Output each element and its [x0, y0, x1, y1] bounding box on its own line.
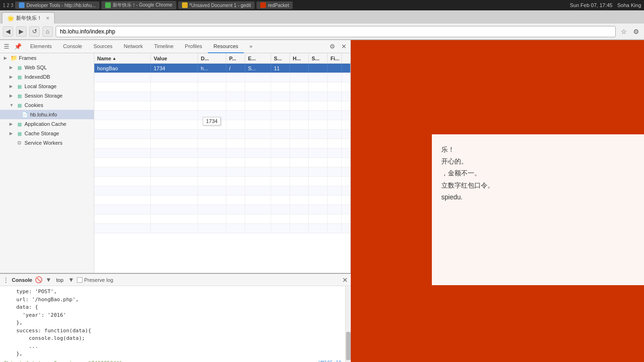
col-header-domain[interactable]: D... [198, 53, 226, 63]
table-row[interactable] [94, 92, 350, 101]
page-text-1: 乐！ [441, 144, 635, 156]
tab-profiles[interactable]: Profiles [179, 40, 208, 53]
col-header-http[interactable]: H... [290, 53, 309, 63]
col-header-value[interactable]: Value [151, 53, 198, 63]
preserve-log-toggle[interactable]: Preserve log [77, 277, 113, 283]
table-row[interactable] [94, 186, 350, 196]
sidebar-label-cachestorage: Cache Storage [25, 131, 59, 136]
tab-more[interactable]: » [244, 40, 258, 53]
tab-elements[interactable]: Elements [25, 40, 58, 53]
table-row[interactable] [94, 224, 350, 233]
console-object-output: Object {status: 0, return: "74688534"} [4, 360, 123, 362]
table-row[interactable] [94, 73, 350, 82]
table-row[interactable] [94, 177, 350, 186]
console-tab[interactable]: Console [12, 277, 32, 283]
table-row[interactable] [94, 148, 350, 158]
col-header-path[interactable]: P... [226, 53, 245, 63]
folder-icon: 📁 [10, 55, 17, 61]
sidebar-item-websql[interactable]: ▶ ▦ Web SQL [0, 63, 94, 72]
table-row[interactable] [94, 101, 350, 111]
forward-button[interactable]: ▶ [16, 26, 26, 37]
os-tab-redpacket[interactable]: redPacket [256, 1, 293, 9]
tab-favicon: 🌟 [7, 15, 14, 22]
browser-chrome: 🌟 新年快乐！ ✕ ◀ ▶ ↺ ⌂ hb.lohu.info/index.php… [0, 10, 644, 40]
sidebar-item-indexeddb[interactable]: ▶ ▦ IndexedDB [0, 72, 94, 82]
devtools-toolbar: ☰ 📌 Elements Console Sources Network Tim… [0, 40, 350, 53]
sidebar-item-sessionstorage[interactable]: ▶ ▦ Session Storage [0, 91, 94, 100]
console-scrollbar[interactable] [345, 286, 351, 362]
table-row[interactable] [94, 205, 350, 214]
col-header-size[interactable]: S... [271, 53, 290, 63]
sidebar-item-frames[interactable]: ▶ 📁 Frames [0, 53, 94, 63]
console-dropdown-icon[interactable]: ▼ [68, 276, 74, 283]
sidebar-item-localstorage[interactable]: ▶ ▦ Local Storage [0, 82, 94, 91]
table-row[interactable] [94, 111, 350, 120]
bookmark-icon[interactable]: ☆ [619, 26, 629, 37]
tab-sources[interactable]: Sources [88, 40, 118, 53]
tab-network[interactable]: Network [118, 40, 149, 53]
cell-http [290, 64, 309, 73]
cell-value: 1734 [151, 64, 198, 73]
table-row[interactable] [94, 167, 350, 177]
sidebar-item-serviceworkers[interactable]: ⚙ Service Workers [0, 138, 94, 148]
table-row[interactable] [94, 82, 350, 92]
table-row[interactable] [94, 120, 350, 130]
devtools-settings-icon[interactable]: ⚙ [328, 42, 337, 51]
ls-toggle: ▶ [9, 84, 14, 89]
console-line-4: 'year': '2016' [4, 312, 341, 320]
sidebar-item-cookies[interactable]: ▼ ▦ Cookies [0, 100, 94, 110]
home-button[interactable]: ⌂ [42, 26, 53, 37]
cell-path: / [226, 64, 245, 73]
cell-secure [309, 64, 328, 73]
console-line-2: url: '/hongBao.php', [4, 296, 341, 304]
console-line-3: data: { [4, 304, 341, 312]
address-text: hb.lohu.info/index.php [60, 28, 115, 35]
serviceworkers-icon: ⚙ [16, 140, 23, 146]
console-vm-ref[interactable]: VM185:10 [319, 360, 341, 362]
websql-icon: ▦ [16, 64, 23, 71]
console-block-icon[interactable]: 🚫 [35, 276, 42, 283]
table-row[interactable] [94, 196, 350, 205]
sidebar-label-cookies: Cookies [25, 102, 43, 108]
os-tab-devtools[interactable]: Developer Tools - http://hb.lohu... [15, 1, 99, 9]
console-close-button[interactable]: ✕ [342, 276, 348, 284]
table-row[interactable] [94, 139, 350, 148]
scrollbar-thumb[interactable] [346, 332, 351, 360]
col-header-exp[interactable]: E... [245, 53, 271, 63]
tab-close-icon[interactable]: ✕ [46, 16, 50, 21]
table-row[interactable]: hongBao 1734 h... / S... 11 [94, 64, 350, 73]
cell-expires: S... [245, 64, 271, 73]
sidebar-label-appcache: Application Cache [25, 121, 66, 127]
table-row[interactable] [94, 130, 350, 139]
sidebar-item-cachestorage[interactable]: ▶ ▦ Cache Storage [0, 129, 94, 138]
os-tab-gedit[interactable]: *Unsaved Document 1 - gedit [178, 1, 255, 9]
devtools-close-icon[interactable]: ✕ [339, 42, 348, 51]
reload-button[interactable]: ↺ [29, 26, 40, 37]
devtools-menu-icon[interactable]: ☰ [2, 42, 11, 51]
console-filter-icon[interactable]: ▼ [45, 276, 51, 283]
sidebar-label-localstorage: Local Storage [25, 83, 57, 89]
console-line-1: type: 'POST', [4, 288, 341, 296]
tab-timeline[interactable]: Timeline [149, 40, 179, 53]
preserve-log-checkbox[interactable] [77, 277, 83, 283]
col-header-fi[interactable]: Fi... [328, 53, 342, 63]
console-output[interactable]: type: 'POST', url: '/hongBao.php', data:… [0, 286, 345, 362]
devtools-pin-icon[interactable]: 📌 [13, 42, 23, 51]
table-row[interactable] [94, 158, 350, 167]
os-tab-chrome[interactable]: 新年快乐！- Google Chrome [101, 1, 176, 9]
back-button[interactable]: ◀ [3, 26, 13, 37]
table-row[interactable] [94, 214, 350, 224]
col-header-name[interactable]: Name ▲ [94, 53, 151, 63]
tab-resources[interactable]: Resources [208, 40, 244, 53]
page-text-2: 开心的。 [441, 156, 635, 167]
address-bar[interactable]: hb.lohu.info/index.php [56, 26, 616, 37]
console-toolbar: ⋮ Console 🚫 ▼ top ▼ Preserve log ✕ [0, 274, 351, 286]
tab-console[interactable]: Console [58, 40, 88, 53]
sidebar-item-hb-lohu[interactable]: 📄 hb.lohu.info [0, 110, 94, 119]
browser-tab-xinnian[interactable]: 🌟 新年快乐！ ✕ [2, 12, 55, 24]
sidebar-item-appcache[interactable]: ▶ ▦ Application Cache [0, 119, 94, 129]
col-header-secure[interactable]: S... [309, 53, 328, 63]
console-output-line: Object {status: 0, return: "74688534"} V… [4, 360, 341, 362]
console-menu-icon[interactable]: ⋮ [3, 276, 9, 283]
settings-icon[interactable]: ⚙ [631, 26, 641, 37]
